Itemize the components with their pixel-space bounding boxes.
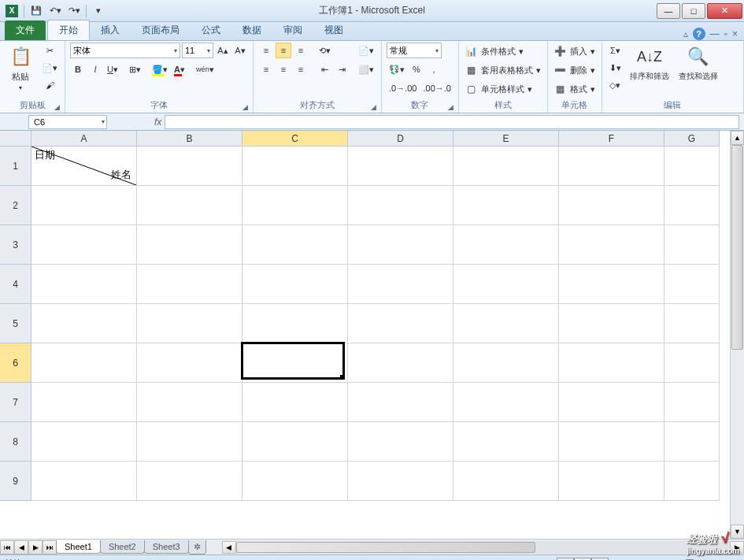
doc-restore-icon[interactable]: ▫ — [724, 28, 727, 39]
row-header-7[interactable]: 7 — [0, 383, 31, 422]
minimize-button[interactable]: — — [657, 3, 680, 19]
find-select-button[interactable]: 🔍 查找和选择 — [676, 43, 721, 83]
cell-F9[interactable] — [559, 462, 664, 501]
cell-C8[interactable] — [242, 422, 348, 462]
cell-D2[interactable] — [348, 186, 453, 225]
select-all-corner[interactable] — [0, 131, 31, 146]
row-header-3[interactable]: 3 — [0, 225, 31, 265]
number-format-combo[interactable]: 常规▾ — [387, 43, 442, 58]
cell-D6[interactable] — [348, 343, 453, 383]
file-tab[interactable]: 文件 — [5, 20, 46, 40]
cell-A5[interactable] — [31, 304, 137, 343]
decrease-indent-button[interactable]: ⇤ — [316, 61, 332, 77]
row-header-8[interactable]: 8 — [0, 422, 31, 462]
save-button[interactable]: 💾 — [28, 2, 45, 20]
percent-button[interactable]: % — [409, 61, 424, 77]
cell-C1[interactable] — [242, 146, 348, 186]
font-size-combo[interactable]: 11▾ — [182, 43, 213, 58]
cell-D9[interactable] — [348, 462, 453, 501]
cell-B4[interactable] — [137, 265, 242, 304]
cells-grid[interactable]: 日期姓名 — [31, 146, 730, 539]
align-left-button[interactable]: ≡ — [258, 61, 274, 77]
row-header-4[interactable]: 4 — [0, 265, 31, 304]
cell-E2[interactable] — [453, 186, 559, 225]
align-right-button[interactable]: ≡ — [293, 61, 309, 77]
maximize-button[interactable]: □ — [682, 3, 705, 19]
cell-F1[interactable] — [559, 146, 664, 186]
tab-review[interactable]: 审阅 — [272, 20, 313, 40]
last-sheet-button[interactable]: ⏭ — [43, 540, 57, 554]
cell-D8[interactable] — [348, 422, 453, 462]
cell-E7[interactable] — [453, 383, 559, 422]
scroll-left-button[interactable]: ◀ — [222, 541, 236, 554]
delete-cells-button[interactable]: ➖删除▾ — [553, 61, 597, 79]
cell-D5[interactable] — [348, 304, 453, 343]
cell-A4[interactable] — [31, 265, 137, 304]
row-header-2[interactable]: 2 — [0, 186, 31, 225]
tab-layout[interactable]: 页面布局 — [131, 20, 191, 40]
cell-B2[interactable] — [137, 186, 242, 225]
cell-B6[interactable] — [137, 343, 242, 383]
cell-B7[interactable] — [137, 383, 242, 422]
cell-B8[interactable] — [137, 422, 242, 462]
close-button[interactable]: ✕ — [707, 3, 742, 19]
cell-D3[interactable] — [348, 225, 453, 265]
first-sheet-button[interactable]: ⏮ — [0, 540, 14, 554]
comma-button[interactable]: , — [426, 61, 442, 77]
cell-G9[interactable] — [664, 462, 720, 501]
cell-F7[interactable] — [559, 383, 664, 422]
cell-F6[interactable] — [559, 343, 664, 383]
next-sheet-button[interactable]: ▶ — [28, 540, 43, 554]
qat-customize[interactable]: ▾ — [90, 2, 107, 20]
align-top-button[interactable]: ≡ — [258, 43, 274, 58]
normal-view-button[interactable]: ▦ — [557, 558, 574, 561]
grow-font-button[interactable]: A▴ — [215, 43, 231, 58]
horizontal-scrollbar[interactable]: ◀ ▶ — [222, 541, 744, 554]
col-header-C[interactable]: C — [242, 131, 348, 146]
scroll-up-button[interactable]: ▲ — [731, 131, 744, 145]
cell-D7[interactable] — [348, 383, 453, 422]
tab-insert[interactable]: 插入 — [90, 20, 131, 40]
cell-F8[interactable] — [559, 422, 664, 462]
name-box[interactable]: C6▾ — [28, 115, 107, 129]
cell-E6[interactable] — [453, 343, 559, 383]
cell-E3[interactable] — [453, 225, 559, 265]
clipboard-launcher[interactable]: ◢ — [54, 103, 60, 111]
row-header-1[interactable]: 1 — [0, 146, 31, 186]
align-center-button[interactable]: ≡ — [276, 61, 291, 77]
merge-button[interactable]: ⬜▾ — [356, 61, 376, 77]
undo-button[interactable]: ↶▾ — [46, 2, 64, 20]
help-icon[interactable]: ? — [693, 28, 705, 40]
tab-view[interactable]: 视图 — [313, 20, 354, 40]
cell-F4[interactable] — [559, 265, 664, 304]
cell-F5[interactable] — [559, 304, 664, 343]
orientation-button[interactable]: ⟲▾ — [316, 43, 333, 58]
font-color-button[interactable]: A▾ — [172, 61, 187, 77]
cell-B1[interactable] — [137, 146, 242, 186]
insert-cells-button[interactable]: ➕插入▾ — [553, 43, 597, 60]
scroll-right-button[interactable]: ▶ — [730, 541, 744, 554]
col-header-E[interactable]: E — [453, 131, 559, 146]
cell-C5[interactable] — [242, 304, 348, 343]
phonetic-button[interactable]: wén▾ — [194, 61, 217, 77]
scroll-down-button[interactable]: ▼ — [731, 525, 744, 539]
col-header-A[interactable]: A — [31, 131, 137, 146]
cell-G4[interactable] — [664, 265, 720, 304]
clear-button[interactable]: ◇▾ — [607, 77, 624, 93]
row-header-6[interactable]: 6 — [0, 343, 31, 383]
tab-formulas[interactable]: 公式 — [191, 20, 231, 40]
cell-A8[interactable] — [31, 422, 137, 462]
ribbon-minimize-icon[interactable]: ▵ — [683, 28, 688, 39]
decrease-decimal-button[interactable]: .00→.0 — [420, 80, 453, 96]
col-header-D[interactable]: D — [348, 131, 453, 146]
cell-E1[interactable] — [453, 146, 559, 186]
cell-F3[interactable] — [559, 225, 664, 265]
tab-data[interactable]: 数据 — [231, 20, 272, 40]
doc-close-icon[interactable]: × — [732, 28, 738, 39]
vscroll-thumb[interactable] — [731, 145, 743, 350]
align-middle-button[interactable]: ≡ — [276, 43, 291, 58]
copy-button[interactable]: 📄▾ — [39, 60, 60, 76]
conditional-format-button[interactable]: 📊条件格式▾ — [464, 43, 542, 60]
cell-A1[interactable]: 日期姓名 — [31, 146, 137, 186]
sheet-tab-3[interactable]: Sheet3 — [144, 540, 189, 554]
